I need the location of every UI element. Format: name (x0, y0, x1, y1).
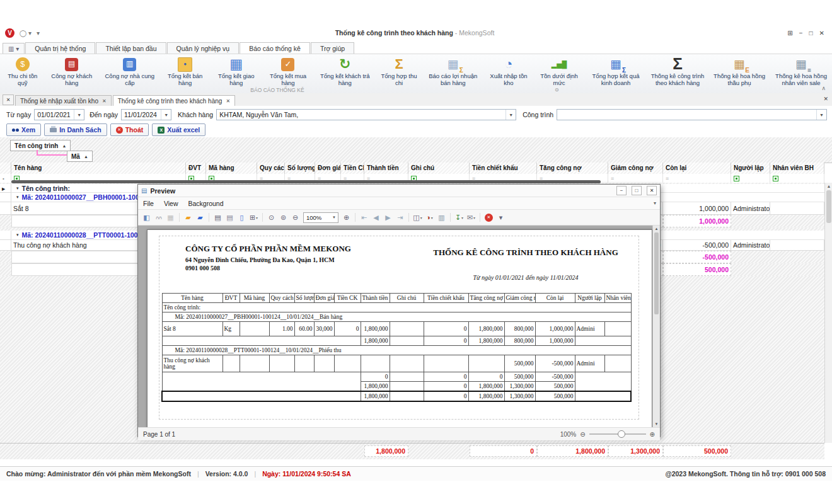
grid-header-tien_ck[interactable]: Tiền CK (341, 163, 364, 174)
scroll-down-icon[interactable]: ▼ (653, 422, 660, 426)
ribbon-collapse-icon[interactable]: ∧ (821, 85, 826, 91)
grid-filter-ind[interactable]: • (0, 174, 11, 183)
customer-select[interactable]: KHTAM, Nguyễn Văn Tam,▼ (216, 109, 516, 120)
group-by-box-project[interactable]: Tên công trình▲ (10, 140, 71, 151)
grid-header-so_luong[interactable]: Số lượng (285, 163, 315, 174)
document-tab[interactable]: Thống kê nhập xuất tồn kho✕ (15, 95, 112, 106)
print-list-button[interactable]: In Danh Sách (44, 123, 107, 136)
grid-header-don_gia[interactable]: Đơn giá (315, 163, 341, 174)
preview-menu-view[interactable]: View (159, 200, 183, 207)
ribbon-item-4[interactable]: ●Tổng kết bán hàng (160, 55, 211, 87)
customer-caret-icon[interactable]: ▼ (506, 110, 516, 120)
from-date-caret-icon[interactable]: ▼ (74, 110, 84, 120)
ribbon-item-15[interactable]: ▦≡Thống kê hoa hồng nhân viên sale (770, 55, 832, 87)
magnifier-icon[interactable]: ⊚ (278, 212, 289, 223)
export-icon[interactable]: ↧▾ (454, 212, 465, 223)
fullscreen-button[interactable]: ⊞ (787, 30, 792, 37)
preview-menu-file[interactable]: File (138, 200, 159, 207)
ribbon-item-14[interactable]: ▦EThống kê hoa hồng thầu phụ (708, 55, 770, 87)
grid-header-ten_hang[interactable]: Tên hàng (11, 163, 186, 174)
group-by-box-code[interactable]: Mã▲ (67, 151, 93, 162)
expand-icon[interactable]: ▾ (16, 195, 19, 200)
close-button[interactable]: ✕ (819, 30, 824, 37)
export-excel-button[interactable]: XXuất excel (152, 123, 205, 136)
print-icon[interactable]: ▤ (212, 212, 223, 223)
grid-header-giam_cong_no[interactable]: Giảm công nợ (608, 163, 663, 174)
zoom-slider-knob[interactable] (618, 430, 625, 438)
ribbon-tab-trợ-giúp[interactable]: Trợ giúp (311, 42, 354, 54)
horizontal-scrollbar-thumb[interactable] (11, 180, 601, 183)
exit-button[interactable]: ✕Thoát (110, 123, 149, 136)
grid-header-con_lai[interactable]: Còn lại (663, 163, 731, 174)
to-date-caret-icon[interactable]: ▼ (161, 110, 171, 120)
ribbon-item-2[interactable]: ▤Công nợ khách hàng (44, 55, 100, 87)
ribbon-tab-báo-cáo-thống-kê[interactable]: Báo cáo thống kê (240, 42, 310, 54)
ribbon-item-1[interactable]: $Thu chi tồn quỹ (1, 55, 44, 87)
ribbon-item-6[interactable]: ✓Tổng kết mua hàng (262, 55, 314, 87)
preview-menu-overflow-icon[interactable]: ▾ (654, 200, 660, 206)
ribbon-item-7[interactable]: ↻Tổng kết khách trả hàng (314, 55, 376, 87)
tabbar-end-close-icon[interactable]: ✕ (823, 96, 828, 502)
grid-header-quy_cach[interactable]: Quy cách (257, 163, 285, 174)
preview-vertical-scrollbar[interactable]: ▲ ▼ (652, 226, 660, 427)
ribbon-tab-quản-lý-nghiệp-vụ[interactable]: Quản lý nghiệp vụ (167, 42, 240, 54)
preview-close-button[interactable]: ✕ (647, 186, 657, 195)
save-icon[interactable]: ▰ (195, 212, 205, 223)
page-color-icon[interactable]: ◑▾ (424, 212, 435, 223)
prev-page-icon[interactable]: ◀ (371, 212, 381, 223)
expand-icon[interactable]: ▾ (16, 186, 19, 191)
tabbar-close-icon[interactable]: ✕ (3, 94, 14, 105)
ribbon-item-5[interactable]: ▦Tổng kết giao hàng (211, 55, 262, 87)
ribbon-item-9[interactable]: ▦ΣBáo cáo lợi nhuận bán hàng (422, 55, 484, 87)
grid-header-tien_chiet_khau[interactable]: Tiền chiết khấu (470, 163, 537, 174)
grid-header-thanh_tien[interactable]: Thành tiền (364, 163, 408, 174)
grid-header-nguoi_lap[interactable]: Người lập (731, 163, 770, 174)
document-tab[interactable]: Thống kê công trình theo khách hàng✕ (113, 95, 235, 106)
close-preview-icon[interactable]: ✕ (483, 212, 494, 223)
grid-header-ma_hang[interactable]: Mã hàng (206, 163, 257, 174)
quick-print-icon[interactable]: ▤ (224, 212, 235, 223)
zoom-in-icon[interactable]: ⊕ (341, 212, 352, 223)
grid-header-ghi_chu[interactable]: Ghi chú (408, 163, 470, 174)
preview-minimize-button[interactable]: − (616, 186, 627, 195)
view-button[interactable]: Xem (6, 123, 41, 136)
quick-access-circle-icon[interactable]: ◯ ▾ (20, 30, 32, 37)
ribbon-item-8[interactable]: ΣTổng hợp thu chi (376, 55, 422, 87)
maximize-button[interactable]: □ (809, 30, 813, 37)
quick-access-customize-icon[interactable]: ▾ (37, 30, 40, 37)
toolbar-overflow-icon[interactable]: ▾ (495, 212, 506, 223)
ribbon-group-dialog-icon[interactable]: ⊙ (555, 87, 559, 93)
tab-close-icon[interactable]: ✕ (226, 98, 230, 104)
grid-filter-con_lai[interactable]: = (663, 174, 731, 183)
ribbon-layout-icon[interactable]: ▥ ▾ (3, 43, 25, 54)
next-page-icon[interactable]: ▶ (383, 212, 393, 223)
multi-page-icon[interactable]: ◫▾ (412, 212, 423, 223)
preview-scrollbar-thumb[interactable] (654, 232, 659, 314)
preview-maximize-button[interactable]: □ (632, 186, 642, 195)
grid-header-tang_cong_no[interactable]: Tăng công nợ (537, 163, 608, 174)
preview-title-bar[interactable]: ▤ Preview − □ ✕ (138, 185, 660, 197)
scroll-up-icon[interactable]: ▲ (653, 226, 660, 231)
to-date-input[interactable]: 11/01/2024▼ (121, 109, 171, 120)
page-setup-icon[interactable]: ▯ (236, 212, 247, 223)
ribbon-tab-quản-trị-hệ-thống[interactable]: Quản trị hệ thống (25, 42, 95, 54)
ribbon-tab-thiết-lập-ban-đầu[interactable]: Thiết lập ban đầu (96, 42, 166, 54)
combo-caret-icon[interactable]: ▼ (332, 215, 338, 219)
preview-menu-background[interactable]: Background (183, 200, 229, 207)
zoom-slider[interactable] (589, 433, 646, 435)
grid-filter-nguoi_lap[interactable] (731, 174, 770, 183)
grid-header-nvbh[interactable]: Nhân viên BH (770, 163, 824, 174)
first-page-icon[interactable]: ⇤ (359, 212, 369, 223)
open-icon[interactable]: ▰ (183, 212, 194, 223)
watermark-icon[interactable]: ▥ (436, 212, 447, 223)
project-select[interactable]: ▼ (557, 109, 827, 120)
ribbon-item-13[interactable]: ΣThống kê công trình theo khách hàng (647, 55, 708, 87)
ribbon-item-12[interactable]: ▦ΣTổng hợp kết quả kinh doanh (585, 55, 647, 87)
tab-close-icon[interactable]: ✕ (102, 98, 107, 104)
zoom-out-icon[interactable]: ⊖ (290, 212, 301, 223)
app-logo-icon[interactable]: V (5, 28, 14, 38)
minimize-button[interactable]: − (799, 30, 803, 37)
ribbon-item-11[interactable]: ▂▅█Tồn dưới định mức (533, 55, 585, 87)
scale-icon[interactable]: ⊞▾ (248, 212, 259, 223)
zoom-out-slider-icon[interactable]: ⊖ (580, 431, 585, 438)
